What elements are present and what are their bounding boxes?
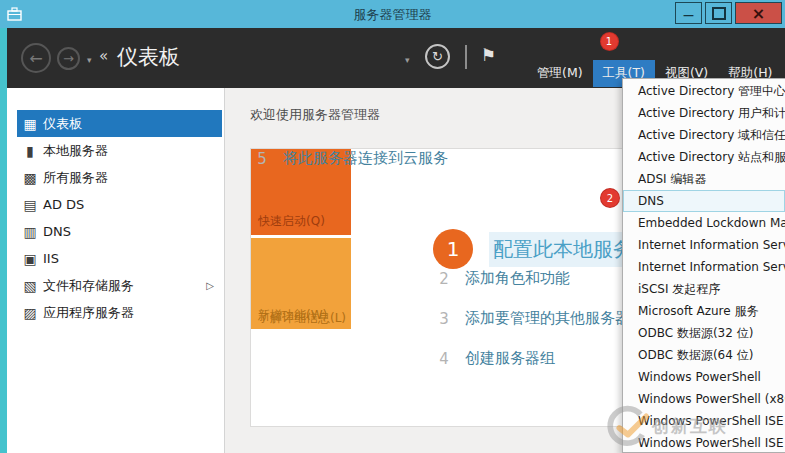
forward-button[interactable]: [57, 47, 80, 70]
welcome-title: 欢迎使用服务器管理器: [250, 106, 380, 124]
notifications-flag-icon[interactable]: [481, 45, 496, 65]
step-number: 3: [433, 310, 455, 328]
tools-menu-item-label: Embedded Lockdown Manager: [638, 216, 785, 230]
sidebar-item-label: AD DS: [43, 197, 84, 212]
menubar-item-label: 管理(M): [537, 65, 583, 80]
sidebar-item[interactable]: ▨ 应用程序服务器: [17, 299, 222, 326]
step-link[interactable]: 添加要管理的其他服务器: [465, 309, 630, 328]
tools-menu-item[interactable]: iSCSI 发起程序: [623, 278, 785, 300]
all-servers-icon: ▩: [17, 170, 43, 186]
sidebar-item[interactable]: ▮ 本地服务器: [17, 137, 222, 164]
tools-menu-item-label: Active Directory 域和信任关系: [638, 128, 785, 142]
iis-icon: ▣: [17, 251, 43, 267]
step-link[interactable]: 创建服务器组: [465, 349, 555, 368]
sidebar-item-label: 应用程序服务器: [43, 304, 134, 322]
navbar-separator: [465, 45, 467, 69]
sidebar: ▦ 仪表板 ▮ 本地服务器 ▩ 所有服务器 ▤ AD DS ▥: [7, 88, 225, 453]
tools-menu-item-label: ODBC 数据源(64 位): [638, 348, 753, 362]
tools-menu-item[interactable]: Embedded Lockdown Manager: [623, 212, 785, 234]
sidebar-item-label: IIS: [43, 251, 59, 266]
tools-menu-item-label: Active Directory 站点和服务: [638, 150, 785, 164]
tools-menu-item-label: Internet Information Services (IIS) 管理器: [638, 260, 785, 274]
tools-menu-item[interactable]: DNS: [623, 190, 785, 212]
refresh-icon[interactable]: [425, 44, 450, 69]
tools-menu-item-label: iSCSI 发起程序: [638, 282, 720, 296]
step-link[interactable]: 添加角色和功能: [465, 269, 570, 288]
tools-menu-item[interactable]: ADSI 编辑器: [623, 168, 785, 190]
sidebar-item-label: DNS: [43, 224, 71, 239]
collapse-chevrons-icon[interactable]: «: [99, 47, 106, 65]
dashboard-icon: ▦: [17, 116, 43, 132]
tools-menu-item[interactable]: Active Directory 站点和服务: [623, 146, 785, 168]
maximize-button[interactable]: [705, 2, 732, 24]
sidebar-item-label: 本地服务器: [43, 142, 108, 160]
ad-ds-icon: ▤: [17, 197, 43, 213]
left-accent-strip: [0, 28, 7, 453]
tools-menu-item-label: Microsoft Azure 服务: [638, 304, 758, 318]
step-number: 1: [433, 229, 473, 269]
step-number: 4: [433, 350, 455, 368]
tools-menu-item[interactable]: ODBC 数据源(32 位): [623, 322, 785, 344]
tools-menu-item[interactable]: Microsoft Azure 服务: [623, 300, 785, 322]
sidebar-item-label: 仪表板: [43, 115, 82, 133]
expand-arrow-icon[interactable]: ▷: [206, 280, 214, 291]
step-number: 2: [433, 270, 455, 288]
tools-menu-item-label: Windows PowerShell ISE: [638, 414, 784, 428]
tools-menu-item[interactable]: Active Directory 管理中心: [623, 80, 785, 102]
arrow-right-icon: [63, 51, 74, 66]
sidebar-item[interactable]: ▥ DNS: [17, 218, 222, 245]
back-button[interactable]: [21, 43, 51, 73]
tools-menu-item[interactable]: Internet Information Services (IIS) 6.0 …: [623, 234, 785, 256]
step-link[interactable]: 将此服务器连接到云服务: [283, 149, 448, 168]
local-server-icon: ▮: [17, 143, 43, 159]
sidebar-item-label: 文件和存储服务: [43, 277, 134, 295]
sidebar-item-label: 所有服务器: [43, 169, 108, 187]
scope-dropdown-icon[interactable]: [405, 55, 410, 65]
minimize-button[interactable]: [675, 2, 702, 24]
step-badge-1: 1: [601, 33, 618, 50]
tools-menu-item-label: Windows PowerShell (x86): [638, 392, 785, 406]
sidebar-item[interactable]: ▣ IIS: [17, 245, 222, 272]
file-storage-icon: ▧: [17, 278, 43, 294]
tools-menu-item-label: ODBC 数据源(32 位): [638, 326, 753, 340]
close-button[interactable]: [735, 2, 782, 24]
dns-icon: ▥: [17, 224, 43, 240]
tools-dropdown-menu: Active Directory 管理中心 Active Directory 用…: [622, 78, 785, 453]
titlebar: 服务器管理器: [0, 0, 785, 28]
window-title: 服务器管理器: [0, 6, 785, 24]
window-controls: [675, 2, 782, 24]
tools-menu-item[interactable]: Active Directory 域和信任关系: [623, 124, 785, 146]
tools-menu-item-label: ADSI 编辑器: [638, 172, 706, 186]
history-dropdown-icon[interactable]: [87, 55, 92, 65]
tools-menu-item-label: Active Directory 管理中心: [638, 84, 785, 98]
tools-menu-item-label: Windows PowerShell: [638, 370, 761, 384]
tools-menu-item-label: Active Directory 用户和计算机: [638, 106, 785, 120]
sidebar-item[interactable]: ▦ 仪表板: [17, 110, 222, 137]
menubar-item[interactable]: 管理(M): [527, 60, 593, 87]
server-manager-window: 服务器管理器 « 仪表板 管理(M) 1 工具(T): [0, 0, 785, 453]
tools-menu-item[interactable]: ODBC 数据源(64 位): [623, 344, 785, 366]
tools-menu-item[interactable]: Windows PowerShell (x86): [623, 388, 785, 410]
tools-menu-item-label: DNS: [638, 194, 664, 208]
sidebar-item[interactable]: ▧ 文件和存储服务 ▷: [17, 272, 222, 299]
sidebar-item[interactable]: ▩ 所有服务器: [17, 164, 222, 191]
welcome-step: 5 将此服务器连接到云服务: [251, 149, 448, 168]
tools-menu-item-label: Internet Information Services (IIS) 6.0 …: [638, 238, 785, 252]
app-server-icon: ▨: [17, 305, 43, 321]
tools-menu-item[interactable]: Windows PowerShell ISE: [623, 410, 785, 432]
sidebar-item[interactable]: ▤ AD DS: [17, 191, 222, 218]
tools-menu-item[interactable]: Windows PowerShell ISE (x86): [623, 432, 785, 453]
tools-menu-item[interactable]: Windows PowerShell: [623, 366, 785, 388]
tools-menu-item[interactable]: Internet Information Services (IIS) 管理器: [623, 256, 785, 278]
welcome-step: 2 添加角色和功能: [433, 269, 570, 288]
tools-menu-item-label: Windows PowerShell ISE (x86): [638, 436, 785, 450]
welcome-step: 3 添加要管理的其他服务器: [433, 309, 630, 328]
arrow-left-icon: [29, 49, 42, 68]
welcome-step: 4 创建服务器组: [433, 349, 555, 368]
step-number: 5: [251, 150, 273, 168]
page-title: 仪表板: [117, 43, 180, 71]
tools-menu-item[interactable]: Active Directory 用户和计算机: [623, 102, 785, 124]
step-badge-2: 2: [601, 189, 619, 207]
